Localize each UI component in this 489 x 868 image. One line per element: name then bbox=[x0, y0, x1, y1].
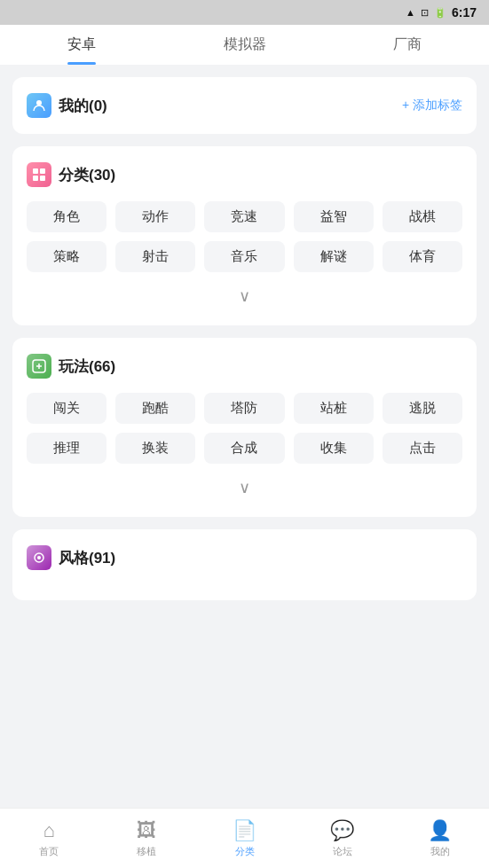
tab-vendor[interactable]: 厂商 bbox=[326, 35, 489, 65]
category-expand-row: ∨ bbox=[27, 283, 462, 309]
status-time: 6:17 bbox=[452, 5, 477, 20]
home-icon: ⌂ bbox=[43, 819, 54, 842]
tag-pill[interactable]: 收集 bbox=[294, 433, 374, 464]
tag-pill[interactable]: 点击 bbox=[383, 433, 462, 464]
gameplay-tags: 闯关跑酷塔防站桩逃脱推理换装合成收集点击 bbox=[27, 393, 462, 464]
category-card: 分类(30) 角色动作竞速益智战棋策略射击音乐解谜体育 ∨ bbox=[12, 146, 477, 325]
tag-pill[interactable]: 射击 bbox=[115, 241, 195, 272]
gameplay-header: 玩法(66) bbox=[27, 354, 462, 379]
gameplay-title: 玩法(66) bbox=[59, 356, 115, 377]
nav-category[interactable]: 📄 分类 bbox=[195, 819, 293, 858]
nav-mine-label: 我的 bbox=[430, 845, 450, 858]
category-tags: 角色动作竞速益智战棋策略射击音乐解谜体育 bbox=[27, 201, 462, 272]
tab-android[interactable]: 安卓 bbox=[0, 35, 163, 65]
top-tab-bar: 安卓 模拟器 厂商 bbox=[0, 25, 489, 65]
nav-forum[interactable]: 💬 论坛 bbox=[294, 819, 391, 858]
gameplay-icon bbox=[27, 354, 51, 379]
tag-pill[interactable]: 跑酷 bbox=[115, 393, 195, 424]
tag-pill[interactable]: 音乐 bbox=[204, 241, 284, 272]
tag-pill[interactable]: 体育 bbox=[383, 241, 462, 272]
svg-point-0 bbox=[36, 100, 42, 106]
forum-icon: 💬 bbox=[330, 819, 354, 842]
nav-home-label: 首页 bbox=[39, 845, 59, 858]
gameplay-expand-row: ∨ bbox=[27, 474, 462, 501]
nav-migrate-label: 移植 bbox=[137, 845, 156, 858]
mine-title: 我的(0) bbox=[59, 96, 107, 116]
mine-nav-icon: 👤 bbox=[428, 819, 452, 842]
mine-card: 我的(0) + 添加标签 bbox=[12, 77, 477, 134]
style-icon bbox=[27, 545, 51, 570]
battery-icon: 🔋 bbox=[434, 7, 446, 19]
category-title: 分类(30) bbox=[59, 165, 115, 185]
nav-mine[interactable]: 👤 我的 bbox=[391, 819, 489, 858]
main-content: 我的(0) + 添加标签 分类(30) 角色动作竞速益智战棋策略射击音乐解谜体育… bbox=[0, 65, 489, 671]
wifi-icon: ▲ bbox=[406, 7, 415, 18]
gameplay-expand-button[interactable]: ∨ bbox=[228, 474, 261, 501]
tag-pill[interactable]: 角色 bbox=[27, 201, 106, 232]
mine-icon bbox=[27, 93, 51, 118]
svg-point-7 bbox=[37, 556, 41, 559]
battery-unknown-icon: ⊡ bbox=[421, 7, 429, 19]
tag-pill[interactable]: 策略 bbox=[27, 241, 106, 272]
tag-pill[interactable]: 解谜 bbox=[294, 241, 374, 272]
gameplay-card: 玩法(66) 闯关跑酷塔防站桩逃脱推理换装合成收集点击 ∨ bbox=[12, 338, 477, 517]
tag-pill[interactable]: 站桩 bbox=[294, 393, 374, 424]
tag-pill[interactable]: 塔防 bbox=[204, 393, 284, 424]
tag-pill[interactable]: 益智 bbox=[294, 201, 374, 232]
svg-rect-4 bbox=[40, 176, 45, 181]
style-title: 风格(91) bbox=[59, 548, 115, 568]
migrate-icon: 🖼 bbox=[137, 819, 156, 842]
tag-pill[interactable]: 动作 bbox=[115, 201, 195, 232]
tag-pill[interactable]: 逃脱 bbox=[383, 393, 462, 424]
category-expand-button[interactable]: ∨ bbox=[228, 283, 261, 309]
svg-rect-2 bbox=[40, 168, 45, 174]
tag-pill[interactable]: 换装 bbox=[115, 433, 195, 464]
style-header: 风格(91) bbox=[27, 545, 462, 570]
tab-emulator[interactable]: 模拟器 bbox=[163, 35, 327, 65]
svg-rect-1 bbox=[33, 168, 38, 174]
tag-pill[interactable]: 合成 bbox=[204, 433, 284, 464]
category-icon bbox=[27, 162, 51, 187]
category-nav-icon: 📄 bbox=[233, 819, 256, 842]
nav-migrate[interactable]: 🖼 移植 bbox=[98, 819, 195, 858]
nav-forum-label: 论坛 bbox=[333, 845, 352, 858]
nav-category-label: 分类 bbox=[235, 845, 255, 858]
tag-pill[interactable]: 战棋 bbox=[383, 201, 462, 232]
status-bar: ▲ ⊡ 🔋 6:17 bbox=[0, 0, 489, 25]
svg-rect-3 bbox=[33, 176, 38, 181]
nav-home[interactable]: ⌂ 首页 bbox=[0, 819, 98, 858]
add-tag-button[interactable]: + 添加标签 bbox=[402, 98, 462, 113]
style-card: 风格(91) bbox=[12, 529, 477, 600]
mine-left: 我的(0) bbox=[27, 93, 107, 118]
category-header: 分类(30) bbox=[27, 162, 462, 187]
tag-pill[interactable]: 推理 bbox=[27, 433, 106, 464]
bottom-nav: ⌂ 首页 🖼 移植 📄 分类 💬 论坛 👤 我的 bbox=[0, 808, 489, 868]
tag-pill[interactable]: 竞速 bbox=[204, 201, 284, 232]
tag-pill[interactable]: 闯关 bbox=[27, 393, 106, 424]
